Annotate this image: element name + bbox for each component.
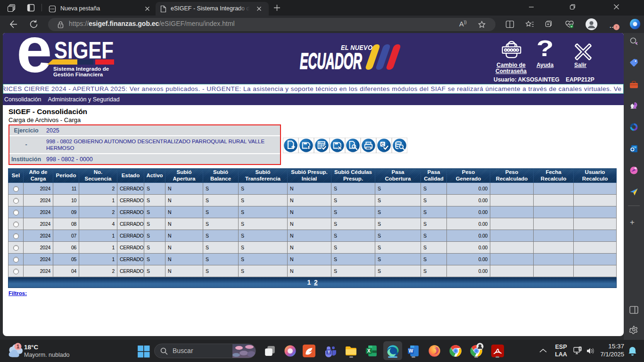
svg-text:C: C <box>381 142 385 147</box>
svg-text:1: 1 <box>17 344 19 349</box>
svg-text:X: X <box>367 348 371 354</box>
svg-text:W: W <box>408 348 413 354</box>
svg-text:T: T <box>328 350 330 354</box>
